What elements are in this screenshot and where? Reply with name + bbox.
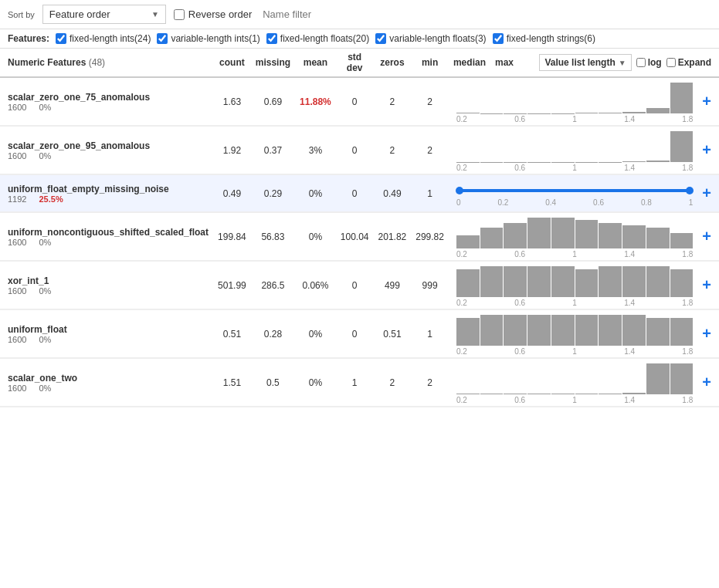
feature-missing: 0% [39, 103, 51, 112]
stat-zeros: 0% [295, 310, 336, 358]
stat-std-dev: 0.29 [251, 175, 295, 212]
stat-max: 2 [411, 127, 449, 174]
filter-fixed-int-checkbox[interactable] [56, 33, 66, 44]
feature-name: uniform_float_empty_missing_noise [8, 184, 209, 194]
chart-cell: 0.20.611.41.8 + [449, 213, 719, 261]
expand-button[interactable]: + [699, 373, 714, 391]
reverse-order-checkbox[interactable] [174, 9, 185, 20]
feature-name: scalar_zero_one_75_anomalous [8, 92, 209, 103]
stat-min: 0 [336, 127, 374, 174]
stat-mean: 1.92 [213, 127, 251, 174]
filter-var-float-label: variable-length floats(3) [389, 33, 486, 44]
chart-cell: 0.20.611.41.8 + [449, 77, 719, 126]
feature-name: scalar_zero_one_95_anomalous [8, 140, 209, 151]
stat-max: 1 [411, 175, 449, 212]
stat-median: 0.51 [374, 310, 412, 358]
chart-cell: 0.20.611.41.8 + [449, 262, 719, 309]
expand-button[interactable]: + [699, 325, 714, 343]
stat-mean: 0.51 [213, 310, 251, 358]
vll-select[interactable]: Value list length ▼ [539, 54, 631, 71]
table-row: uniform_noncontiguous_shifted_scaled_flo… [0, 213, 719, 261]
stat-max: 2 [411, 77, 449, 126]
filter-fixed-float[interactable]: fixed-length floats(20) [266, 33, 369, 44]
expand-label: Expand [678, 57, 711, 68]
filter-fixed-str-checkbox[interactable] [493, 33, 504, 44]
expand-button[interactable]: + [699, 141, 714, 159]
filter-var-int-checkbox[interactable] [157, 33, 168, 44]
expand-button[interactable]: + [699, 276, 714, 294]
filter-fixed-float-checkbox[interactable] [266, 33, 277, 44]
stat-zeros: 0% [295, 175, 336, 212]
stat-max: 299.82 [411, 213, 449, 261]
expand-checkbox[interactable] [666, 58, 676, 67]
col-feature-section: Numeric Features (48) [0, 49, 213, 77]
chart-cell: 0.20.611.41.8 + [449, 310, 719, 358]
col-chart: Value list length ▼ log Expand [518, 49, 719, 77]
feature-name: scalar_one_two [8, 373, 209, 384]
feature-count: 1600 [8, 384, 26, 393]
stat-mean: 0.49 [213, 175, 251, 212]
table-row: scalar_zero_one_75_anomalous 1600 0% 1.6… [0, 77, 719, 126]
filter-fixed-int[interactable]: fixed-length ints(24) [56, 33, 151, 44]
stat-min: 0 [336, 262, 374, 309]
stat-max: 2 [411, 359, 449, 407]
col-zeros: zeros [374, 49, 412, 77]
stat-min: 1 [336, 359, 374, 407]
feature-name-cell: scalar_zero_one_75_anomalous 1600 0% [0, 77, 213, 126]
table-row: scalar_one_two 1600 0% 1.51 0.5 0% 1 2 2… [0, 359, 719, 407]
stat-std-dev: 0.5 [251, 359, 295, 407]
chart-cell: 0.20.611.41.8 + [449, 359, 719, 407]
feature-name-cell: xor_int_1 1600 0% [0, 262, 213, 309]
toolbar: Sort by Feature order ▼ Reverse order [0, 0, 719, 29]
log-check-label[interactable]: log [636, 57, 662, 68]
filter-var-float[interactable]: variable-length floats(3) [375, 33, 486, 44]
stat-mean: 501.99 [213, 262, 251, 309]
feature-stats-row: 1600 0% [8, 335, 209, 344]
feature-missing: 0% [39, 384, 51, 393]
stat-std-dev: 0.69 [251, 77, 295, 126]
feature-name-cell: uniform_float 1600 0% [0, 310, 213, 358]
filter-var-int[interactable]: variable-length ints(1) [157, 33, 259, 44]
log-label: log [648, 57, 662, 68]
col-max: max [490, 49, 518, 77]
vll-label: Value list length [544, 57, 615, 68]
feature-count: 1600 [8, 151, 26, 161]
log-checkbox[interactable] [636, 58, 646, 67]
filter-fixed-str[interactable]: fixed-length strings(6) [493, 33, 595, 44]
filter-var-float-checkbox[interactable] [375, 33, 386, 44]
col-count: count [213, 49, 251, 77]
filter-fixed-float-label: fixed-length floats(20) [280, 33, 369, 44]
stat-std-dev: 286.5 [251, 262, 295, 309]
feature-missing: 0% [39, 238, 51, 247]
table-row: uniform_float_empty_missing_noise 1192 2… [0, 175, 719, 212]
stat-min: 0 [336, 77, 374, 126]
stat-min: 100.04 [336, 213, 374, 261]
sort-arrow: ▼ [151, 10, 159, 19]
feature-missing: 25.5% [39, 194, 63, 204]
col-std-dev: std dev [336, 49, 374, 77]
sort-select[interactable]: Feature order ▼ [42, 5, 166, 24]
feature-name: xor_int_1 [8, 275, 209, 286]
stat-max: 999 [411, 262, 449, 309]
feature-name-cell: uniform_float_empty_missing_noise 1192 2… [0, 175, 213, 212]
expand-button[interactable]: + [699, 184, 714, 202]
stat-min: 0 [336, 175, 374, 212]
col-min: min [411, 49, 449, 77]
main-content: Numeric Features (48) count missing mean… [0, 49, 719, 573]
stat-mean: 199.84 [213, 213, 251, 261]
expand-check-label[interactable]: Expand [666, 57, 711, 68]
name-filter-input[interactable] [259, 5, 395, 23]
expand-button[interactable]: + [699, 93, 714, 110]
feature-stats-row: 1192 25.5% [8, 194, 209, 204]
stat-std-dev: 56.83 [251, 213, 295, 261]
expand-button[interactable]: + [699, 228, 714, 245]
feature-count: 1192 [8, 194, 26, 204]
feature-name-cell: uniform_noncontiguous_shifted_scaled_flo… [0, 213, 213, 261]
reverse-order-label[interactable]: Reverse order [174, 8, 252, 20]
stat-median: 2 [374, 127, 412, 174]
stat-zeros: 0% [295, 359, 336, 407]
stat-std-dev: 0.28 [251, 310, 295, 358]
stat-zeros: 0% [295, 213, 336, 261]
feature-missing: 0% [39, 286, 51, 296]
col-mean: mean [295, 49, 336, 77]
